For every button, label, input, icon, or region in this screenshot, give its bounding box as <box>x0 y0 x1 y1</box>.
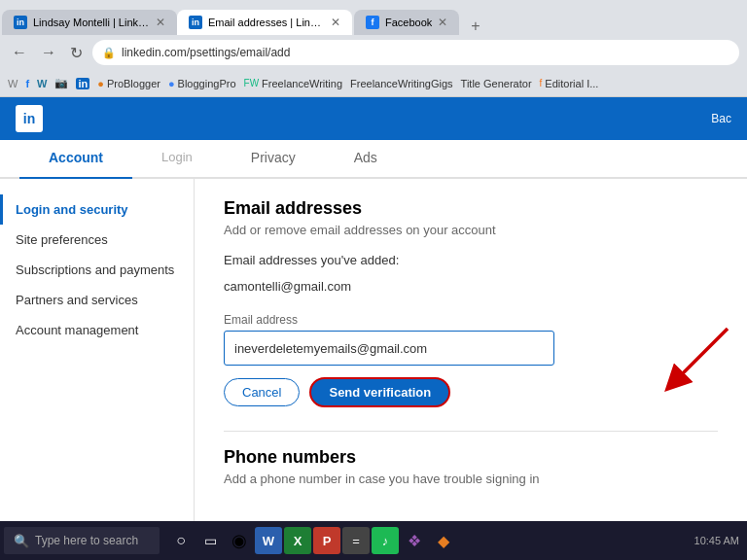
button-row-wrapper: Cancel Send verification <box>224 377 718 407</box>
taskbar-system: 10:45 AM <box>694 535 747 546</box>
sidebar-item-partners[interactable]: Partners and services <box>0 285 194 315</box>
search-icon: 🔍 <box>14 534 29 548</box>
phone-section-desc: Add a phone number in case you have trou… <box>224 472 718 486</box>
send-verification-button[interactable]: Send verification <box>309 377 450 407</box>
bookmark-ed-label: Editorial I... <box>545 78 598 89</box>
main-tabs: Account Login Privacy Ads <box>0 140 747 179</box>
bookmark-bloggingpro-label: BloggingPro <box>178 78 236 89</box>
bookmark-problogger-label: ProBlogger <box>107 78 160 89</box>
bookmark-bloggingpro[interactable]: ● BloggingPro <box>168 78 236 89</box>
tab-login-security[interactable]: Login <box>132 140 222 177</box>
tab-favicon-2: in <box>189 16 202 29</box>
bookmark-tg-label: Title Generator <box>461 78 532 89</box>
bookmark-ig[interactable]: 📷 <box>54 77 68 89</box>
linkedin-header: in Bac <box>0 97 747 140</box>
taskbar-search[interactable]: 🔍 Type here to search <box>4 527 160 554</box>
email-form-group: Email address <box>224 313 718 366</box>
taskbar-icons: ○ ▭ ◉ W X P = ♪ ❖ ◆ <box>167 527 457 554</box>
tab-title-2: Email addresses | LinkedIn <box>208 17 325 28</box>
linkedin-logo: in <box>16 105 43 132</box>
taskbar-excel[interactable]: X <box>284 527 311 554</box>
bookmark-fwg[interactable]: FreelanceWritingGigs <box>350 78 453 89</box>
bookmark-fwg-label: FreelanceWritingGigs <box>350 78 453 89</box>
page-content: Login and security Site preferences Subs… <box>0 179 747 560</box>
bookmark-li[interactable]: in <box>76 78 89 89</box>
taskbar-calculator[interactable]: = <box>342 527 370 554</box>
taskbar-time: 10:45 AM <box>694 535 739 546</box>
address-bar[interactable]: 🔒 linkedin.com/psettings/email/add <box>92 40 739 65</box>
bookmark-freelancewriting[interactable]: FW FreelanceWriting <box>244 78 343 89</box>
tab-close-3[interactable]: ✕ <box>438 16 447 29</box>
new-tab-button[interactable]: + <box>465 18 485 35</box>
email-input[interactable] <box>224 331 554 366</box>
forward-button[interactable]: → <box>37 42 60 63</box>
taskbar-spotify[interactable]: ♪ <box>372 527 399 554</box>
tab-close-2[interactable]: ✕ <box>331 16 340 29</box>
bookmark-titlegenerator[interactable]: Title Generator <box>461 78 532 89</box>
tab-title-3: Facebook <box>385 17 432 28</box>
sidebar-item-subscriptions[interactable]: Subscriptions and payments <box>0 255 194 285</box>
tab-bar: in Lindsay Montelli | LinkedIn ✕ in Emai… <box>0 0 747 35</box>
sidebar: Login and security Site preferences Subs… <box>0 179 195 560</box>
bookmark-fw-label: FreelanceWriting <box>262 78 342 89</box>
existing-email: camontelli@gmail.com <box>224 275 718 298</box>
sidebar-item-login-security[interactable]: Login and security <box>0 194 194 225</box>
taskbar-ppt[interactable]: P <box>313 527 340 554</box>
bookmark-problogger[interactable]: ● ProBlogger <box>97 78 160 89</box>
back-button[interactable]: ← <box>8 42 31 63</box>
btn-row: Cancel Send verification <box>224 377 718 407</box>
taskbar-word[interactable]: W <box>255 527 282 554</box>
back-label: Bac <box>711 112 731 125</box>
tab-account[interactable]: Account <box>19 140 132 177</box>
browser-tab-3[interactable]: f Facebook ✕ <box>354 10 459 35</box>
phone-section-title: Phone numbers <box>224 447 718 468</box>
browser-tab-1[interactable]: in Lindsay Montelli | LinkedIn ✕ <box>2 10 177 35</box>
taskbar-app1[interactable]: ❖ <box>401 527 428 554</box>
taskbar-taskview[interactable]: ▭ <box>196 527 224 554</box>
taskbar-chrome[interactable]: ◉ <box>226 527 253 554</box>
phone-section: Phone numbers Add a phone number in case… <box>224 431 718 486</box>
bookmark-editorial[interactable]: f Editorial I... <box>540 78 599 89</box>
tab-ads[interactable]: Ads <box>325 140 407 177</box>
url-text: linkedin.com/psettings/email/add <box>122 46 290 59</box>
bookmark-fb[interactable]: f <box>25 78 29 89</box>
tab-privacy[interactable]: Privacy <box>222 140 325 177</box>
browser-chrome: in Lindsay Montelli | LinkedIn ✕ in Emai… <box>0 0 747 97</box>
taskbar-search-label: Type here to search <box>35 534 138 547</box>
bookmark-wp[interactable]: W <box>37 78 47 89</box>
taskbar-app2[interactable]: ◆ <box>430 527 457 554</box>
browser-tab-2[interactable]: in Email addresses | LinkedIn ✕ <box>177 10 352 35</box>
tab-close-1[interactable]: ✕ <box>156 16 165 29</box>
bookmarks-bar: W f W 📷 in ● ProBlogger ● BloggingPro FW… <box>0 70 747 97</box>
section-desc: Add or remove email addresses on your ac… <box>224 223 718 237</box>
sidebar-item-site-prefs[interactable]: Site preferences <box>0 225 194 255</box>
tab-favicon-1: in <box>14 16 27 29</box>
taskbar: 🔍 Type here to search ○ ▭ ◉ W X P = ♪ ❖ … <box>0 521 747 560</box>
email-form-label: Email address <box>224 313 718 327</box>
address-bar-row: ← → ↻ 🔒 linkedin.com/psettings/email/add <box>0 35 747 70</box>
tab-title-1: Lindsay Montelli | LinkedIn <box>33 17 150 28</box>
sidebar-item-account-mgmt[interactable]: Account management <box>0 315 194 345</box>
bookmark-w[interactable]: W <box>8 78 18 89</box>
added-label: Email addresses you've added: <box>224 253 718 267</box>
tab-favicon-3: f <box>366 16 379 29</box>
main-content: Email addresses Add or remove email addr… <box>195 179 747 560</box>
lock-icon: 🔒 <box>102 47 116 59</box>
cancel-button[interactable]: Cancel <box>224 378 300 406</box>
section-title: Email addresses <box>224 198 718 219</box>
reload-button[interactable]: ↻ <box>66 42 87 64</box>
taskbar-cortana[interactable]: ○ <box>167 527 195 554</box>
